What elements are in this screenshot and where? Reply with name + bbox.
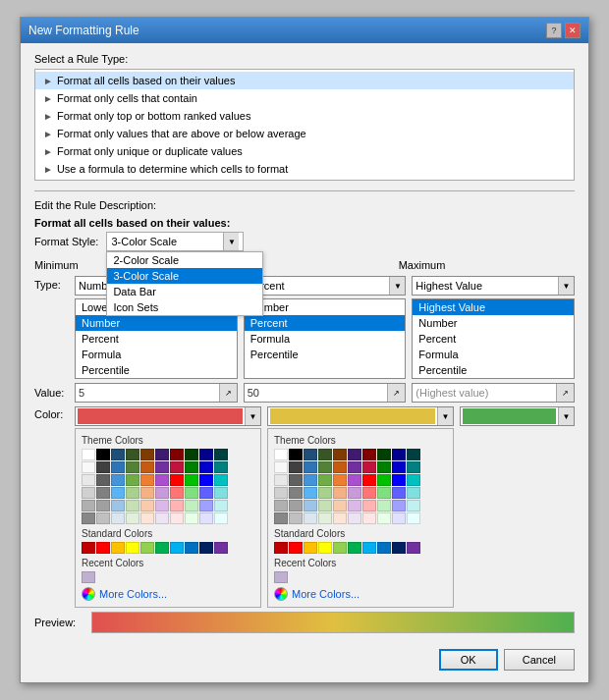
theme-color-cell[interactable] bbox=[274, 474, 288, 486]
theme-color-cell[interactable] bbox=[111, 487, 125, 499]
standard-color-cell[interactable] bbox=[304, 542, 317, 554]
theme-color-cell[interactable] bbox=[274, 487, 288, 499]
theme-color-cell[interactable] bbox=[96, 500, 110, 512]
theme-color-cell[interactable] bbox=[407, 461, 420, 473]
format-style-option-3color[interactable]: 3-Color Scale bbox=[107, 268, 262, 284]
format-style-option-databar[interactable]: Data Bar bbox=[107, 284, 262, 299]
min-recent-color[interactable] bbox=[82, 571, 95, 583]
theme-color-cell[interactable] bbox=[348, 474, 361, 486]
theme-color-cell[interactable] bbox=[289, 461, 303, 473]
theme-color-cell[interactable] bbox=[170, 461, 184, 473]
close-button[interactable]: ✕ bbox=[565, 23, 581, 38]
theme-color-cell[interactable] bbox=[82, 449, 95, 460]
theme-color-cell[interactable] bbox=[289, 474, 303, 486]
standard-color-cell[interactable] bbox=[96, 542, 110, 554]
standard-color-cell[interactable] bbox=[333, 542, 347, 554]
theme-color-cell[interactable] bbox=[170, 449, 184, 460]
theme-color-cell[interactable] bbox=[214, 500, 228, 512]
standard-color-cell[interactable] bbox=[140, 542, 154, 554]
theme-color-cell[interactable] bbox=[199, 487, 213, 499]
standard-color-cell[interactable] bbox=[185, 542, 198, 554]
mid-value-icon[interactable]: ↗ bbox=[387, 384, 405, 402]
mid-list-item-1[interactable]: Percent bbox=[245, 315, 406, 331]
max-list-item-3[interactable]: Formula bbox=[413, 347, 574, 362]
theme-color-cell[interactable] bbox=[82, 512, 95, 524]
max-value-icon[interactable]: ↗ bbox=[556, 384, 574, 402]
theme-color-cell[interactable] bbox=[155, 512, 169, 524]
theme-color-cell[interactable] bbox=[407, 487, 420, 499]
max-list-item-1[interactable]: Number bbox=[413, 315, 574, 331]
theme-color-cell[interactable] bbox=[96, 512, 110, 524]
theme-color-cell[interactable] bbox=[362, 512, 376, 524]
theme-color-cell[interactable] bbox=[377, 461, 391, 473]
standard-color-cell[interactable] bbox=[407, 542, 420, 554]
format-style-option-2color[interactable]: 2-Color Scale bbox=[107, 252, 262, 268]
theme-color-cell[interactable] bbox=[318, 487, 332, 499]
theme-color-cell[interactable] bbox=[407, 474, 420, 486]
theme-color-cell[interactable] bbox=[348, 487, 361, 499]
standard-color-cell[interactable] bbox=[126, 542, 139, 554]
theme-color-cell[interactable] bbox=[170, 500, 184, 512]
theme-color-cell[interactable] bbox=[274, 461, 288, 473]
theme-color-cell[interactable] bbox=[140, 487, 154, 499]
theme-color-cell[interactable] bbox=[348, 500, 361, 512]
theme-color-cell[interactable] bbox=[333, 449, 347, 460]
theme-color-cell[interactable] bbox=[318, 449, 332, 460]
theme-color-cell[interactable] bbox=[392, 512, 406, 524]
standard-color-cell[interactable] bbox=[170, 542, 184, 554]
theme-color-cell[interactable] bbox=[214, 512, 228, 524]
theme-color-cell[interactable] bbox=[155, 500, 169, 512]
rule-type-item-format-unique[interactable]: ► Format only unique or duplicate values bbox=[35, 142, 574, 160]
theme-color-cell[interactable] bbox=[185, 512, 198, 524]
theme-color-cell[interactable] bbox=[333, 500, 347, 512]
theme-color-cell[interactable] bbox=[185, 487, 198, 499]
theme-color-cell[interactable] bbox=[304, 449, 317, 460]
mid-type-combo[interactable]: Percent ▼ bbox=[244, 276, 407, 296]
rule-type-item-format-top-bottom[interactable]: ► Format only top or bottom ranked value… bbox=[35, 107, 574, 125]
theme-color-cell[interactable] bbox=[289, 449, 303, 460]
theme-color-cell[interactable] bbox=[140, 500, 154, 512]
theme-color-cell[interactable] bbox=[377, 487, 391, 499]
theme-color-cell[interactable] bbox=[140, 449, 154, 460]
theme-color-cell[interactable] bbox=[333, 487, 347, 499]
theme-color-cell[interactable] bbox=[392, 500, 406, 512]
theme-color-cell[interactable] bbox=[377, 500, 391, 512]
theme-color-cell[interactable] bbox=[140, 461, 154, 473]
theme-color-cell[interactable] bbox=[111, 461, 125, 473]
standard-color-cell[interactable] bbox=[82, 542, 95, 554]
theme-color-cell[interactable] bbox=[333, 474, 347, 486]
theme-color-cell[interactable] bbox=[333, 512, 347, 524]
mid-recent-color[interactable] bbox=[274, 571, 288, 583]
standard-color-cell[interactable] bbox=[362, 542, 376, 554]
theme-color-cell[interactable] bbox=[362, 474, 376, 486]
theme-color-cell[interactable] bbox=[214, 474, 228, 486]
theme-color-cell[interactable] bbox=[82, 500, 95, 512]
mid-type-arrow[interactable]: ▼ bbox=[389, 277, 405, 295]
mid-list-item-0[interactable]: Number bbox=[245, 299, 406, 315]
theme-color-cell[interactable] bbox=[82, 474, 95, 486]
theme-color-cell[interactable] bbox=[348, 449, 361, 460]
theme-color-cell[interactable] bbox=[377, 449, 391, 460]
theme-color-cell[interactable] bbox=[199, 512, 213, 524]
theme-color-cell[interactable] bbox=[111, 500, 125, 512]
theme-color-cell[interactable] bbox=[304, 487, 317, 499]
theme-color-cell[interactable] bbox=[377, 474, 391, 486]
theme-color-cell[interactable] bbox=[111, 512, 125, 524]
max-type-combo[interactable]: Highest Value ▼ bbox=[412, 276, 575, 296]
theme-color-cell[interactable] bbox=[348, 461, 361, 473]
format-style-select[interactable]: 3-Color Scale ▼ bbox=[106, 232, 244, 251]
min-list-item-3[interactable]: Formula bbox=[76, 347, 237, 362]
min-more-colors-link[interactable]: More Colors... bbox=[82, 587, 254, 601]
theme-color-cell[interactable] bbox=[126, 487, 139, 499]
theme-color-cell[interactable] bbox=[333, 461, 347, 473]
theme-color-cell[interactable] bbox=[362, 487, 376, 499]
theme-color-cell[interactable] bbox=[318, 500, 332, 512]
theme-color-cell[interactable] bbox=[126, 474, 139, 486]
mid-color-arrow[interactable]: ▼ bbox=[437, 407, 453, 425]
standard-color-cell[interactable] bbox=[111, 542, 125, 554]
theme-color-cell[interactable] bbox=[126, 461, 139, 473]
theme-color-cell[interactable] bbox=[392, 487, 406, 499]
theme-color-cell[interactable] bbox=[155, 449, 169, 460]
standard-color-cell[interactable] bbox=[214, 542, 228, 554]
rule-type-item-format-all[interactable]: ► Format all cells based on their values bbox=[35, 72, 574, 89]
